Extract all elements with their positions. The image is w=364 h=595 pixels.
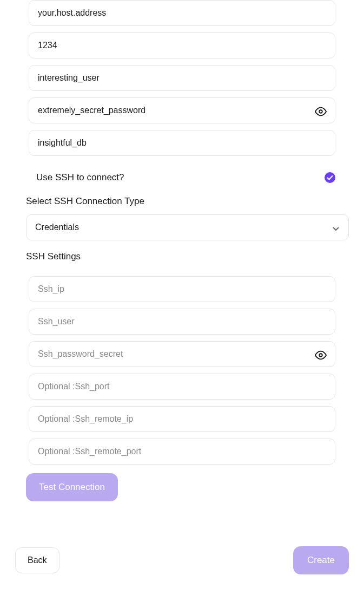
user-field[interactable] xyxy=(29,65,335,91)
svg-point-0 xyxy=(319,110,322,113)
ssh-settings-label: SSH Settings xyxy=(26,251,349,262)
ssh-type-label: Select SSH Connection Type xyxy=(26,196,349,207)
ssh-password-field[interactable] xyxy=(29,341,335,367)
password-field[interactable] xyxy=(29,97,335,123)
ssh-remote-ip-field[interactable] xyxy=(29,406,335,432)
back-button[interactable]: Back xyxy=(15,547,59,573)
eye-icon[interactable] xyxy=(315,106,327,117)
ssh-port-field[interactable] xyxy=(29,374,335,400)
test-connection-button[interactable]: Test Connection xyxy=(26,473,118,501)
check-circle-icon[interactable] xyxy=(325,172,335,183)
svg-point-1 xyxy=(325,172,335,183)
create-button[interactable]: Create xyxy=(293,546,349,574)
ssh-toggle-label: Use SSH to connect? xyxy=(36,172,124,183)
svg-point-2 xyxy=(319,354,322,357)
eye-icon[interactable] xyxy=(315,349,327,361)
port-field[interactable] xyxy=(29,32,335,58)
ssh-remote-port-field[interactable] xyxy=(29,439,335,465)
ssh-user-field[interactable] xyxy=(29,309,335,335)
database-field[interactable] xyxy=(29,130,335,156)
ssh-type-select[interactable]: Credentials xyxy=(26,214,349,240)
ssh-ip-field[interactable] xyxy=(29,276,335,302)
host-field[interactable] xyxy=(29,0,335,26)
